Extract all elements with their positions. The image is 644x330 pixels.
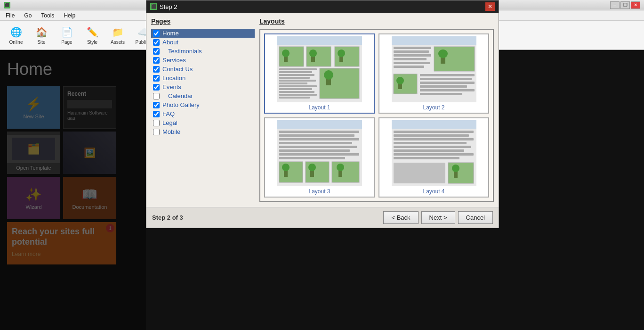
svg-rect-20: [279, 74, 314, 76]
page-checkbox-faq[interactable]: [153, 111, 160, 117]
cancel-button[interactable]: Cancel: [458, 211, 493, 224]
svg-rect-83: [394, 157, 459, 159]
page-icon: 📄: [60, 25, 73, 39]
svg-rect-7: [306, 47, 331, 66]
svg-rect-22: [279, 80, 316, 82]
svg-rect-67: [306, 162, 329, 182]
toolbar-online[interactable]: 🌐 Online: [4, 22, 28, 48]
menu-help[interactable]: Help: [60, 11, 79, 20]
svg-rect-6: [279, 47, 304, 66]
svg-rect-76: [394, 131, 474, 133]
dialog-body: Pages Home About Testimonials: [146, 13, 499, 207]
pages-panel: Pages Home About Testimonials: [151, 17, 255, 202]
page-label-legal: Legal: [162, 119, 177, 126]
title-bar-controls: − ❐ ✕: [610, 1, 640, 9]
page-checkbox-services[interactable]: [153, 57, 160, 64]
menu-tools[interactable]: Tools: [37, 11, 58, 20]
svg-rect-51: [420, 85, 467, 88]
dialog-icon: ⬛: [150, 3, 157, 10]
layout-3[interactable]: Layout 3: [264, 117, 375, 198]
pages-panel-title: Pages: [151, 17, 255, 25]
svg-rect-14: [338, 50, 345, 57]
page-label-events: Events: [162, 83, 181, 91]
menu-go[interactable]: Go: [20, 11, 35, 20]
page-item-location[interactable]: Location: [151, 74, 255, 82]
svg-rect-26: [324, 70, 333, 80]
back-button[interactable]: < Back: [383, 211, 418, 224]
svg-rect-54: [277, 120, 362, 129]
svg-rect-82: [394, 153, 474, 156]
page-item-testimonials[interactable]: Testimonials: [151, 47, 255, 56]
layouts-grid: 🌲 🌲 🌲: [259, 29, 494, 202]
svg-rect-0: [277, 36, 362, 45]
layout-4-label: Layout 4: [423, 188, 444, 195]
menu-file[interactable]: File: [2, 11, 18, 20]
page-item-faq[interactable]: FAQ: [151, 109, 255, 118]
step2-dialog: ⬛ Step 2 ✕ Pages Home About: [146, 0, 499, 228]
layout-1[interactable]: 🌲 🌲 🌲: [264, 33, 375, 114]
svg-rect-46: [396, 77, 404, 84]
dialog-title-bar-left: ⬛ Step 2: [150, 3, 177, 10]
page-checkbox-legal[interactable]: [153, 120, 160, 126]
toolbar-assets-label: Assets: [111, 40, 125, 45]
layout-3-preview: [277, 120, 362, 186]
page-item-calendar[interactable]: Calendar: [151, 91, 255, 100]
page-item-contact[interactable]: Contact Us: [151, 65, 255, 74]
page-checkbox-testimonials[interactable]: [153, 48, 160, 55]
svg-rect-33: [392, 36, 476, 45]
page-checkbox-calendar[interactable]: [153, 93, 160, 99]
toolbar-page[interactable]: 📄 Page: [55, 22, 79, 48]
layout-1-label: Layout 1: [308, 104, 330, 111]
title-bar-left: [4, 2, 10, 8]
svg-rect-40: [394, 54, 431, 57]
svg-rect-71: [332, 162, 359, 182]
page-item-events[interactable]: Events: [151, 82, 255, 91]
svg-rect-78: [394, 138, 474, 140]
page-checkbox-events[interactable]: [153, 84, 160, 91]
page-item-home[interactable]: Home: [151, 29, 255, 38]
page-item-about[interactable]: About: [151, 38, 255, 47]
svg-rect-19: [279, 71, 312, 73]
page-item-gallery[interactable]: Photo Gallery: [151, 100, 255, 109]
page-label-home: Home: [162, 30, 179, 37]
svg-rect-85: [448, 163, 474, 183]
svg-rect-23: [279, 82, 307, 84]
svg-rect-42: [394, 62, 430, 64]
svg-rect-79: [394, 142, 467, 144]
restore-button[interactable]: ❐: [620, 1, 630, 9]
minimize-button[interactable]: −: [610, 1, 620, 9]
toolbar-online-label: Online: [9, 40, 23, 45]
page-checkbox-home[interactable]: [153, 30, 160, 37]
close-button[interactable]: ✕: [631, 1, 640, 9]
svg-rect-18: [279, 68, 317, 70]
page-checkbox-location[interactable]: [153, 75, 160, 82]
page-item-legal[interactable]: Legal: [151, 118, 255, 127]
svg-rect-62: [279, 157, 345, 159]
page-checkbox-mobile[interactable]: [153, 129, 160, 135]
svg-rect-87: [452, 165, 459, 172]
dialog-close-button[interactable]: ✕: [485, 2, 495, 11]
online-icon: 🌐: [9, 25, 23, 39]
layout-4-preview: [392, 120, 476, 186]
toolbar-site[interactable]: 🏠 Site: [29, 22, 54, 48]
layout-4[interactable]: Layout 4: [378, 117, 489, 198]
layouts-panel: Layouts: [259, 17, 494, 202]
svg-rect-80: [394, 146, 471, 148]
page-checkbox-contact[interactable]: [153, 66, 160, 73]
page-label-mobile: Mobile: [162, 128, 180, 135]
svg-rect-57: [279, 138, 359, 140]
svg-rect-75: [392, 120, 476, 129]
dialog-title-bar: ⬛ Step 2 ✕: [146, 0, 499, 13]
layout-2[interactable]: Layout 2: [378, 33, 489, 114]
toolbar-assets[interactable]: 📁 Assets: [105, 22, 130, 48]
page-item-services[interactable]: Services: [151, 56, 255, 65]
toolbar-style[interactable]: ✏️ Style: [80, 22, 105, 48]
layouts-panel-title: Layouts: [259, 17, 494, 25]
page-checkbox-gallery[interactable]: [153, 102, 160, 108]
page-checkbox-about[interactable]: [153, 39, 160, 46]
svg-rect-81: [394, 149, 464, 152]
page-item-mobile[interactable]: Mobile: [151, 127, 255, 136]
next-button[interactable]: Next >: [421, 211, 455, 224]
svg-rect-52: [420, 89, 475, 91]
toolbar-style-label: Style: [87, 40, 97, 45]
